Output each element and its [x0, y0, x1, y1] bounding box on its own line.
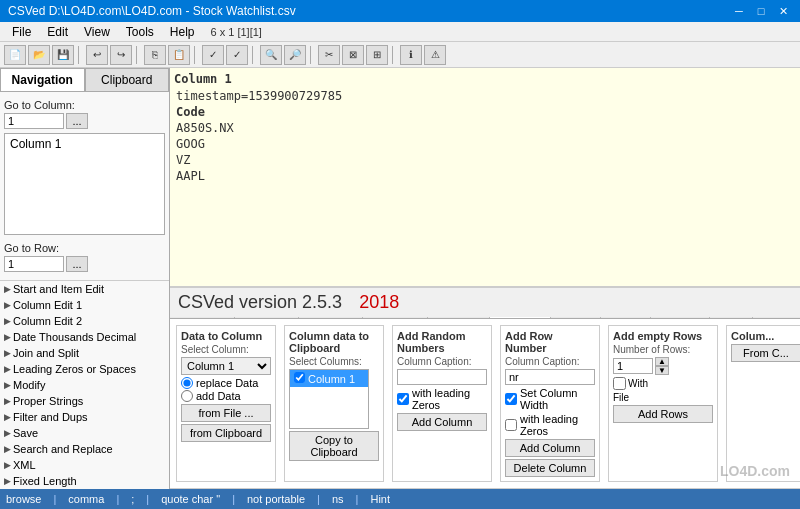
toolbar-sep6	[392, 46, 396, 64]
spreadsheet-row-2: A850S.NX	[174, 120, 796, 136]
status-quote: quote char "	[161, 493, 220, 505]
from-clipboard-button[interactable]: from Clipboard	[181, 424, 271, 442]
status-hint: Hint	[370, 493, 390, 505]
with-file-checkbox[interactable]	[613, 377, 626, 390]
num-rows-input[interactable]	[613, 358, 653, 374]
replace-data-radio[interactable]: replace Data	[181, 377, 271, 389]
add-column-row-button[interactable]: Add Column	[505, 439, 595, 457]
toolbar-undo[interactable]: ↩	[86, 45, 108, 65]
close-button[interactable]: ✕	[774, 3, 792, 19]
row-input-row: 1 ...	[4, 256, 165, 272]
nav-item-search-replace[interactable]: ▶Search and Replace	[0, 441, 169, 457]
spin-down[interactable]: ▼	[655, 366, 669, 375]
toolbar-redo[interactable]: ↪	[110, 45, 132, 65]
toolbar-x3[interactable]: ⊞	[366, 45, 388, 65]
column-data-clipboard-content: Column data to Clipboard Select Columns:…	[289, 330, 379, 461]
menu-help[interactable]: Help	[162, 23, 203, 41]
nav-item-join-split[interactable]: ▶Join and Split	[0, 345, 169, 361]
with-leading-zeros-row-label: with leading Zeros	[520, 413, 595, 437]
select-column-label: Select Column:	[181, 344, 271, 355]
nav-item-modify[interactable]: ▶Modify	[0, 377, 169, 393]
toolbar-info2[interactable]: ⚠	[424, 45, 446, 65]
toolbar-open[interactable]: 📂	[28, 45, 50, 65]
data-mode-radio-group: replace Data add Data	[181, 377, 271, 402]
nav-item-column-edit-1[interactable]: ▶Column Edit 1	[0, 297, 169, 313]
minimize-button[interactable]: ─	[730, 3, 748, 19]
toolbar-paste[interactable]: 📋	[168, 45, 190, 65]
col-data-clipboard-title: Column data to Clipboard	[289, 330, 379, 354]
data-to-column-title: Data to Column	[181, 330, 271, 342]
statusbar: browse | comma | ; | quote char " | not …	[0, 489, 800, 509]
maximize-button[interactable]: □	[752, 3, 770, 19]
add-data-radio[interactable]: add Data	[181, 390, 271, 402]
toolbar-x2[interactable]: ⊠	[342, 45, 364, 65]
num-rows-input-row: ▲ ▼	[613, 357, 713, 375]
add-row-number-content: Add Row Number Column Caption: Set Colum…	[505, 330, 595, 477]
replace-data-label: replace Data	[196, 377, 258, 389]
file-info: 6 x 1 [1][1]	[211, 26, 262, 38]
with-leading-zeros-random-check[interactable]: with leading Zeros	[397, 387, 487, 411]
column-checkbox[interactable]	[294, 372, 305, 383]
toolbar-x1[interactable]: ✂	[318, 45, 340, 65]
set-column-width-label: Set Column Width	[520, 387, 595, 411]
random-caption-input[interactable]	[397, 369, 487, 385]
ribbon-content: Data to Column Select Column: Column 1 r…	[170, 319, 800, 489]
menubar: File Edit View Tools Help 6 x 1 [1][1]	[0, 22, 800, 42]
row-go-button[interactable]: ...	[66, 256, 88, 272]
add-column-random-button[interactable]: Add Column	[397, 413, 487, 431]
menu-view[interactable]: View	[76, 23, 118, 41]
row-caption-input[interactable]	[505, 369, 595, 385]
column-input[interactable]: 1	[4, 113, 64, 129]
with-leading-zeros-row-check[interactable]: with leading Zeros	[505, 413, 595, 437]
spreadsheet-row-4: VZ	[174, 152, 796, 168]
copy-to-clipboard-button[interactable]: Copy to Clipboard	[289, 431, 379, 461]
nav-item-start-item-edit[interactable]: ▶Start and Item Edit	[0, 281, 169, 297]
column-input-row: 1 ...	[4, 113, 165, 129]
column-go-button[interactable]: ...	[66, 113, 88, 129]
menu-tools[interactable]: Tools	[118, 23, 162, 41]
toolbar-save[interactable]: 💾	[52, 45, 74, 65]
toolbar-info1[interactable]: ℹ	[400, 45, 422, 65]
add-rows-button[interactable]: Add Rows	[613, 405, 713, 423]
menu-file[interactable]: File	[4, 23, 39, 41]
nav-item-leading-zeros[interactable]: ▶Leading Zeros or Spaces	[0, 361, 169, 377]
column-list-item[interactable]: Column 1	[7, 136, 162, 152]
toolbar-copy[interactable]: ⎘	[144, 45, 166, 65]
select-column-dropdown[interactable]: Column 1	[181, 357, 271, 375]
column-data-clipboard-group: Column data to Clipboard Select Columns:…	[284, 325, 384, 482]
nav-item-filter-dups[interactable]: ▶Filter and Dups	[0, 409, 169, 425]
status-comma: comma	[68, 493, 104, 505]
version-text: CSVed version 2.5.3	[178, 292, 342, 312]
menu-edit[interactable]: Edit	[39, 23, 76, 41]
tab-navigation[interactable]: Navigation	[0, 68, 85, 91]
toolbar-search[interactable]: 🔍	[260, 45, 282, 65]
spin-up[interactable]: ▲	[655, 357, 669, 366]
toolbar-check1[interactable]: ✓	[202, 45, 224, 65]
nav-item-proper-strings[interactable]: ▶Proper Strings	[0, 393, 169, 409]
toolbar-check2[interactable]: ✓	[226, 45, 248, 65]
spreadsheet-row-0: timestamp=1539900729785	[174, 88, 796, 104]
spreadsheet-row-5: AAPL	[174, 168, 796, 184]
set-column-width-check[interactable]: Set Column Width	[505, 387, 595, 411]
nav-item-xml[interactable]: ▶XML	[0, 457, 169, 473]
column-select-list[interactable]: Column 1	[289, 369, 369, 429]
column-list-box-item[interactable]: Column 1	[290, 370, 368, 387]
from-c-button[interactable]: From C...	[731, 344, 800, 362]
column-list[interactable]: Column 1	[4, 133, 165, 235]
from-file-button[interactable]: from File ...	[181, 404, 271, 422]
nav-item-fixed-length[interactable]: ▶Fixed Length	[0, 473, 169, 489]
toolbar-find[interactable]: 🔎	[284, 45, 306, 65]
tab-clipboard[interactable]: Clipboard	[85, 68, 170, 91]
nav-item-date-thousands[interactable]: ▶Date Thousands Decimal	[0, 329, 169, 345]
row-input[interactable]: 1	[4, 256, 64, 272]
status-ns: ns	[332, 493, 344, 505]
toolbar-new[interactable]: 📄	[4, 45, 26, 65]
version-year: 2018	[359, 292, 399, 312]
nav-item-column-edit-2[interactable]: ▶Column Edit 2	[0, 313, 169, 329]
delete-column-button[interactable]: Delete Column	[505, 459, 595, 477]
toolbar: 📄 📂 💾 ↩ ↪ ⎘ 📋 ✓ ✓ 🔍 🔎 ✂ ⊠ ⊞ ℹ ⚠	[0, 42, 800, 68]
with-label: With	[628, 378, 648, 389]
nav-item-save[interactable]: ▶Save	[0, 425, 169, 441]
toolbar-sep4	[252, 46, 256, 64]
spreadsheet-area[interactable]: Column 1 timestamp=1539900729785 Code A8…	[170, 68, 800, 288]
